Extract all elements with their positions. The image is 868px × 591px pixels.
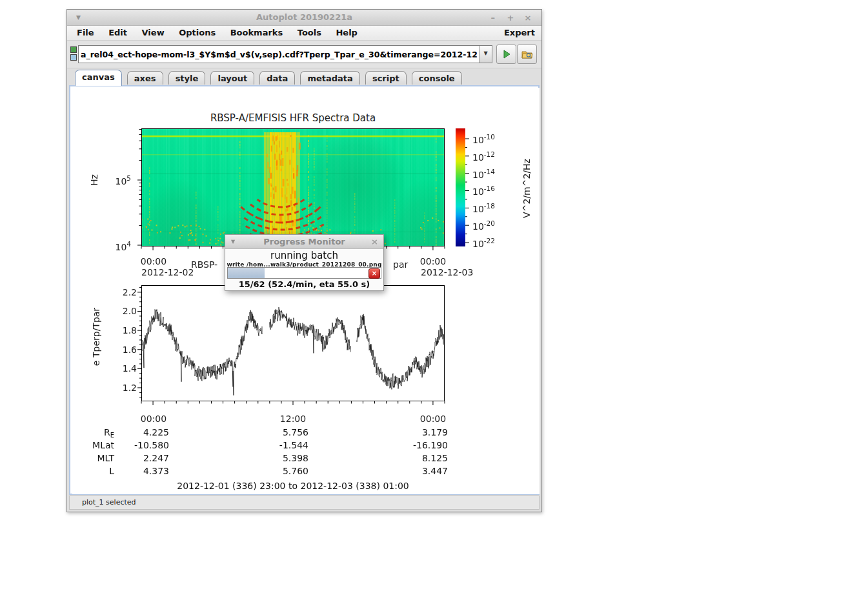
cbar-tick-2: 10-14 [472, 168, 495, 180]
cbar-tick-1: 10-12 [472, 150, 495, 163]
colorbar-label: V^2/m^2/Hz [521, 159, 532, 218]
dialog-menu-icon[interactable]: ▼ [231, 235, 235, 248]
tab-script[interactable]: script [365, 71, 407, 85]
datasource-blue-icon [70, 54, 77, 61]
dialog-titlebar[interactable]: ▼ Progress Monitor × [225, 235, 383, 249]
cbar-tick-5: 10-20 [472, 219, 495, 232]
dialog-title: Progress Monitor [225, 235, 383, 248]
desktop: ▼ Autoplot 20190221a – + × File Edit Vie… [0, 0, 868, 591]
spectrogram-ylabel: Hz [89, 174, 99, 186]
autoplot-window: ▼ Autoplot 20190221a – + × File Edit Vie… [66, 9, 542, 512]
cbar-tick-6: 10-22 [472, 237, 495, 249]
menu-options[interactable]: Options [173, 26, 221, 40]
dialog-task-label: running batch [225, 250, 383, 261]
line-ytick-22: 2.2 [108, 287, 137, 297]
plot2-title-fragment-left: RBSP- [191, 259, 217, 270]
uri-toolbar: ▼ [67, 41, 541, 68]
tab-axes[interactable]: axes [127, 71, 163, 85]
eph-re-2: 5.756 [247, 427, 308, 437]
progress-fill [228, 268, 265, 278]
cancel-task-button[interactable]: × [368, 268, 380, 279]
spectrogram-title: RBSP-A/EMFISIS HFR Spectra Data [141, 112, 445, 124]
line-ytick-18: 1.8 [108, 325, 137, 336]
line-ylabel: e Tperp/Tpar [91, 308, 101, 366]
cbar-tick-3: 10-16 [472, 185, 495, 197]
window-menu-icon[interactable]: ▼ [76, 10, 81, 25]
menu-help[interactable]: Help [330, 26, 363, 40]
uri-combobox: ▼ [78, 45, 492, 63]
spec-xtick-right: 00:00 [407, 256, 459, 266]
cbar-tick-0: 10-10 [472, 133, 495, 145]
menu-bookmarks[interactable]: Bookmarks [225, 26, 289, 40]
menubar: File Edit View Options Bookmarks Tools H… [67, 26, 541, 41]
spectrogram-plot[interactable] [141, 128, 445, 246]
window-titlebar[interactable]: ▼ Autoplot 20190221a – + × [67, 10, 541, 26]
minimize-button[interactable]: – [486, 10, 500, 26]
eph-mlat-2: -1.544 [247, 440, 308, 450]
tab-style[interactable]: style [168, 71, 206, 85]
line-ytick-16: 1.6 [108, 345, 137, 355]
line-ytick-12: 1.2 [108, 383, 137, 393]
spec-xdate-left: 2012-12-02 [141, 267, 194, 277]
eph-l-2: 5.760 [247, 466, 308, 476]
line-ytick-20: 2.0 [108, 306, 137, 316]
eph-mlt-1: 2.247 [108, 453, 169, 463]
uri-dropdown-button[interactable]: ▼ [479, 46, 492, 63]
menu-view[interactable]: View [136, 26, 170, 40]
go-button[interactable] [496, 45, 516, 64]
line-ytick-14: 1.4 [108, 363, 137, 374]
eph-mlt-2: 5.398 [247, 453, 308, 463]
line-xtick-mid: 12:00 [267, 414, 319, 424]
tab-canvas[interactable]: canvas [75, 70, 122, 86]
plot2-title-fragment-right: par [393, 259, 408, 270]
eph-mlat-1: -10.580 [108, 440, 169, 450]
timerange-footer: 2012-12-01 (336) 23:00 to 2012-12-03 (33… [141, 481, 445, 491]
menu-file[interactable]: File [71, 26, 100, 40]
menu-edit[interactable]: Edit [103, 26, 133, 40]
eph-re-1: 4.225 [108, 427, 169, 437]
eph-mlt-3: 8.125 [387, 453, 448, 463]
folder-search-icon [521, 50, 533, 59]
tab-metadata[interactable]: metadata [300, 71, 359, 85]
eph-mlat-3: -16.190 [387, 440, 448, 450]
eph-l-1: 4.373 [108, 466, 169, 476]
spec-xtick-left: 00:00 [128, 256, 179, 266]
datasource-type-icons [70, 46, 77, 62]
eph-l-3: 3.447 [387, 466, 448, 476]
menu-tools[interactable]: Tools [292, 26, 327, 40]
spec-xdate-right: 2012-12-03 [421, 267, 473, 277]
status-text: plot_1 selected [82, 498, 136, 506]
eph-re-3: 3.179 [387, 427, 448, 437]
cbar-tick-4: 10-18 [472, 202, 495, 214]
tab-console[interactable]: console [412, 71, 462, 85]
colorbar [456, 128, 465, 246]
expert-menu[interactable]: Expert [504, 26, 535, 40]
statusbar: plot_1 selected [69, 496, 540, 510]
tab-data[interactable]: data [259, 71, 295, 85]
tabbar: canvas axes style layout data metadata s… [67, 69, 541, 85]
plot-canvas-area[interactable]: RBSP-A/EMFISIS HFR Spectra Data Hz 105 1… [72, 88, 540, 494]
dialog-close-icon[interactable]: × [371, 235, 378, 248]
close-button[interactable]: × [521, 10, 535, 26]
line-xtick-right: 00:00 [407, 414, 459, 424]
tperp-tpar-plot[interactable] [141, 285, 445, 401]
spectrogram-ytick-1e4: 104 [101, 240, 131, 252]
progress-bar: × [227, 267, 381, 279]
uri-input[interactable] [79, 46, 479, 63]
datasource-green-icon [70, 46, 77, 53]
maximize-button[interactable]: + [503, 10, 518, 26]
window-title: Autoplot 20190221a [67, 10, 541, 25]
dialog-progress-text: 15/62 (52.4/min, eta 55.0 s) [225, 279, 383, 289]
chevron-down-icon: ▼ [483, 50, 487, 56]
inspect-uri-button[interactable] [517, 45, 537, 64]
tab-layout[interactable]: layout [210, 71, 254, 85]
progress-monitor-dialog[interactable]: ▼ Progress Monitor × running batch write… [225, 234, 384, 291]
spectrogram-ytick-1e5: 105 [101, 174, 131, 186]
play-icon [501, 49, 512, 59]
line-xtick-left: 00:00 [128, 414, 179, 424]
